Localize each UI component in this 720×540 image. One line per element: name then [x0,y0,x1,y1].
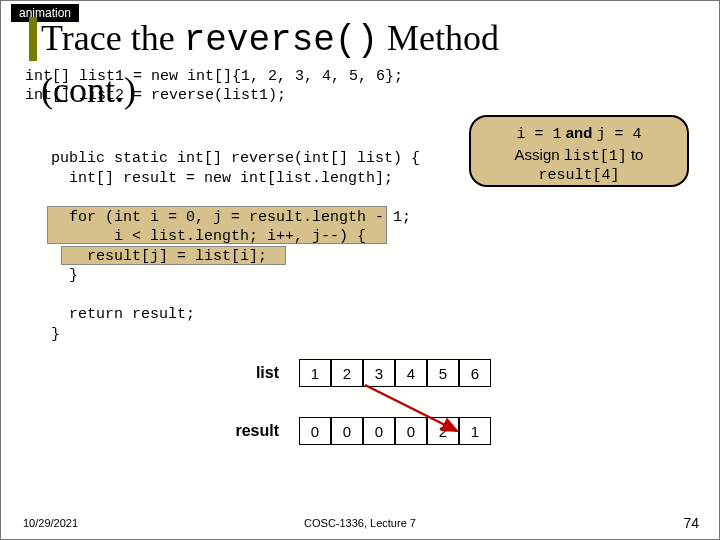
list-cell: 3 [363,359,395,387]
result-array-row: result 0 0 0 0 2 1 [149,417,569,445]
method-code-block: public static int[] reverse(int[] list) … [51,149,420,344]
list-cell: 2 [331,359,363,387]
title-accent-bar [29,17,37,61]
callout-l2c: to [627,146,644,163]
result-cell: 0 [299,417,331,445]
callout-l2b: list[1] [564,148,627,165]
result-cells: 0 0 0 0 2 1 [299,417,491,445]
result-cell: 0 [395,417,427,445]
trace-callout: i = 1 and j = 4 Assign list[1] to result… [469,115,689,187]
callout-line3: result[4] [471,166,687,186]
result-label: result [149,422,299,440]
callout-l2a: Assign [515,146,564,163]
array-diagram: list 1 2 3 4 5 6 result 0 0 0 0 2 1 [149,359,569,475]
result-cell: 2 [427,417,459,445]
result-cell: 0 [363,417,395,445]
callout-l1b: and [561,124,596,141]
result-cell: 0 [331,417,363,445]
list-cell: 4 [395,359,427,387]
title-pre: Trace the [41,18,184,58]
callout-line1: i = 1 and j = 4 [471,123,687,145]
cont-label: (cont.) [41,69,136,111]
title-mono: reverse() [184,20,378,61]
title-post: Method [378,18,499,58]
callout-l1a: i = 1 [516,126,561,143]
slide-title: Trace the reverse() Method [41,17,499,61]
list-label: list [149,364,299,382]
footer-page: 74 [683,515,699,531]
list-cells: 1 2 3 4 5 6 [299,359,491,387]
callout-l1c: j = 4 [597,126,642,143]
list-cell: 6 [459,359,491,387]
list-cell: 1 [299,359,331,387]
footer-center: COSC-1336, Lecture 7 [1,517,719,529]
result-cell: 1 [459,417,491,445]
list-cell: 5 [427,359,459,387]
list-array-row: list 1 2 3 4 5 6 [149,359,569,387]
callout-line2: Assign list[1] to [471,145,687,167]
